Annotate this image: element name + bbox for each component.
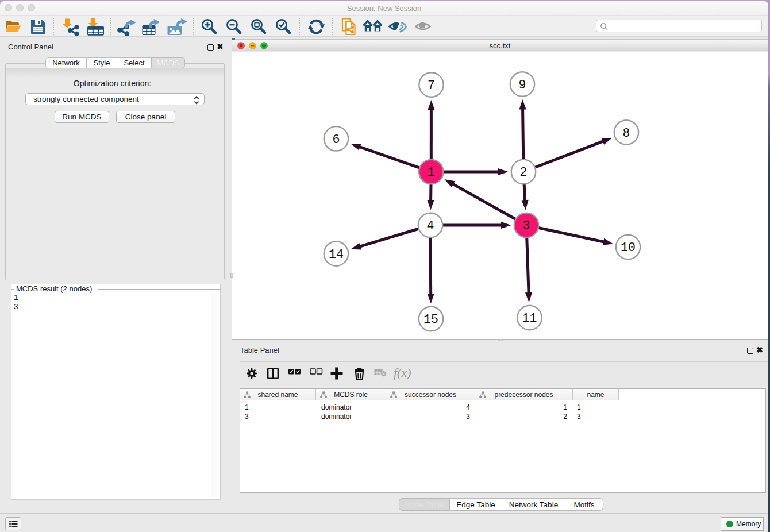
svg-text:9: 9 xyxy=(519,78,526,92)
svg-text:6: 6 xyxy=(333,133,340,147)
svg-text:3: 3 xyxy=(523,219,530,233)
svg-text:8: 8 xyxy=(623,126,630,140)
svg-text:15: 15 xyxy=(424,313,438,326)
svg-text:2: 2 xyxy=(520,165,528,179)
svg-text:14: 14 xyxy=(329,248,344,261)
svg-text:1: 1 xyxy=(428,165,435,179)
svg-text:11: 11 xyxy=(522,311,537,325)
svg-text:10: 10 xyxy=(621,241,636,255)
svg-text:4: 4 xyxy=(427,219,434,233)
svg-text:7: 7 xyxy=(428,79,435,92)
